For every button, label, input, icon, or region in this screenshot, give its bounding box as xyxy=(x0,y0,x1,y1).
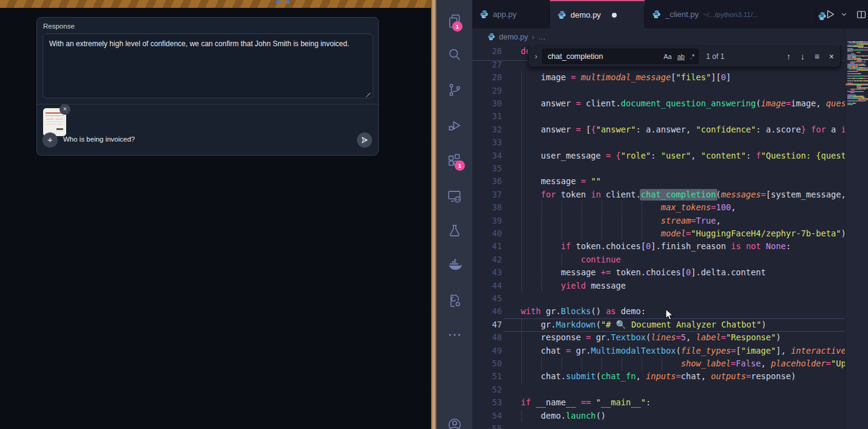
stripe-blue-mark xyxy=(287,1,290,4)
line-number: 29 xyxy=(472,84,502,97)
code-line[interactable]: show_label=False, placeholder="Upload an… xyxy=(521,357,845,370)
code-line[interactable] xyxy=(521,162,845,175)
line-number: 52 xyxy=(472,383,502,396)
code-line[interactable] xyxy=(521,422,845,429)
add-file-button[interactable]: + xyxy=(42,132,58,148)
breadcrumb: demo.py › … xyxy=(472,29,845,45)
tab-app-py[interactable]: app.py xyxy=(472,0,550,29)
tab-demo-py[interactable]: demo.py xyxy=(550,0,645,29)
breadcrumb-more[interactable]: … xyxy=(538,33,546,41)
code-line[interactable]: response = gr.Textbox(lines=5, label="Re… xyxy=(521,331,845,344)
split-editor-icon[interactable] xyxy=(856,9,867,20)
line-number: 37 xyxy=(472,188,502,201)
code-line[interactable] xyxy=(521,136,845,149)
gradio-app-panel: Response With an extremely high level of… xyxy=(0,0,431,429)
find-widget: › chat_completion Aa ab .* 1 of 1 ↑ ↓ ≡ … xyxy=(528,46,841,67)
code-line[interactable] xyxy=(521,292,845,305)
code-line[interactable]: image = multimodal_message["files"][0] xyxy=(521,71,845,84)
code-line[interactable]: answer = client.document_question_answer… xyxy=(521,97,845,110)
python-icon xyxy=(557,10,566,19)
code-line[interactable] xyxy=(521,383,845,396)
response-card: Response With an extremely high level of… xyxy=(36,17,379,156)
line-number: 28 xyxy=(472,71,502,84)
code-line[interactable] xyxy=(521,84,845,97)
code-line[interactable]: chat.submit(chat_fn, inputs=chat, output… xyxy=(521,370,845,383)
tab-label: demo.py xyxy=(571,10,601,19)
testing-icon[interactable] xyxy=(447,223,463,239)
run-debug-icon[interactable] xyxy=(447,118,463,134)
code-line[interactable]: demo.launch() xyxy=(521,410,845,422)
breadcrumb-file[interactable]: demo.py xyxy=(499,33,528,41)
line-number: 55 xyxy=(472,422,502,429)
editor-shadow-line xyxy=(841,60,845,61)
search-icon[interactable] xyxy=(447,47,463,63)
tab-label: app.py xyxy=(493,10,517,19)
line-number: 36 xyxy=(472,175,502,188)
code-line[interactable]: chat = gr.MultimodalTextbox(file_types=[… xyxy=(521,345,845,357)
code-line[interactable]: answer = [{"answer": a.answer, "confiden… xyxy=(521,123,845,136)
line-number: 51 xyxy=(472,370,502,383)
whole-word-icon[interactable]: ab xyxy=(677,53,685,60)
code-line[interactable]: gr.Markdown("# 🔍 Document Analyzer Chatb… xyxy=(521,318,845,331)
match-case-icon[interactable]: Aa xyxy=(663,53,671,60)
window-divider[interactable] xyxy=(431,0,436,429)
line-number: 39 xyxy=(472,214,502,227)
mouse-cursor xyxy=(665,309,674,321)
line-number: 50 xyxy=(472,357,502,370)
next-match-icon[interactable]: ↓ xyxy=(801,52,805,61)
card-divider xyxy=(37,104,378,105)
top-stripe-bar xyxy=(0,0,431,8)
editor-shadow-line xyxy=(472,60,528,61)
remove-attachment-button[interactable]: × xyxy=(59,104,70,115)
find-input[interactable]: chat_completion Aa ab .* xyxy=(542,49,699,64)
response-label: Response xyxy=(43,22,75,30)
code-line[interactable]: max_tokens=100, xyxy=(521,201,845,214)
previous-match-icon[interactable]: ↑ xyxy=(787,52,791,61)
line-number: 31 xyxy=(472,110,502,123)
code-line[interactable]: message += token.choices[0].delta.conten… xyxy=(521,266,845,279)
code-line[interactable] xyxy=(521,110,845,123)
chevron-down-icon[interactable] xyxy=(841,11,847,18)
find-expand-chevron-icon[interactable]: › xyxy=(529,52,542,61)
code-editor[interactable]: 26def chat_fn(multimodal_message):2728 i… xyxy=(472,45,845,429)
code-line[interactable]: if token.choices[0].finish_reason is not… xyxy=(521,240,845,253)
code-line[interactable]: message = "" xyxy=(521,175,845,188)
regex-icon[interactable]: .* xyxy=(690,53,694,60)
source-control-icon[interactable] xyxy=(447,82,463,98)
code-line[interactable]: if __name__ == "__main__": xyxy=(521,396,845,409)
modified-dot[interactable] xyxy=(612,13,617,18)
minimap[interactable] xyxy=(845,29,868,429)
find-query-text: chat_completion xyxy=(548,52,658,61)
code-line[interactable]: user_message = {"role": "user", "content… xyxy=(521,149,845,162)
resize-handle[interactable] xyxy=(365,91,371,96)
tab-client-py[interactable]: _client.py ~/.../python3.11/... xyxy=(645,0,816,29)
cmake-icon[interactable] xyxy=(447,293,463,309)
docker-icon[interactable] xyxy=(447,258,463,273)
line-number: 38 xyxy=(472,201,502,214)
code-line[interactable]: for token in client.chat_completion(mess… xyxy=(521,188,845,201)
more-icon[interactable] xyxy=(447,327,463,343)
send-button[interactable] xyxy=(357,132,372,148)
chat-composer: + Who is being invoiced? xyxy=(37,132,378,155)
line-number: 26 xyxy=(472,45,502,58)
code-line[interactable]: continue xyxy=(521,253,845,266)
screenshot-root: Response With an extremely high level of… xyxy=(0,0,868,429)
find-actions: ↑ ↓ ≡ × xyxy=(787,52,834,61)
remote-explorer-icon[interactable] xyxy=(447,188,463,204)
line-number: 33 xyxy=(472,136,502,149)
code-line[interactable]: yield message xyxy=(521,280,845,292)
files-badge: 1 xyxy=(452,21,463,32)
run-icon[interactable] xyxy=(824,9,836,20)
line-number: 48 xyxy=(472,331,502,344)
stripe-blue-mark xyxy=(276,1,280,4)
account-icon[interactable] xyxy=(447,417,463,429)
find-in-selection-icon[interactable]: ≡ xyxy=(815,52,819,61)
chat-input[interactable]: Who is being invoiced? xyxy=(63,136,135,143)
response-textarea[interactable]: With an extremely high level of confiden… xyxy=(42,33,373,98)
line-number: 42 xyxy=(472,253,502,266)
close-find-icon[interactable]: × xyxy=(829,52,834,61)
line-number: 53 xyxy=(472,396,502,409)
code-line[interactable]: stream=True, xyxy=(521,214,845,227)
code-line[interactable]: with gr.Blocks() as demo: xyxy=(521,305,845,318)
code-line[interactable]: model="HuggingFaceH4/zephyr-7b-beta") xyxy=(521,227,845,240)
